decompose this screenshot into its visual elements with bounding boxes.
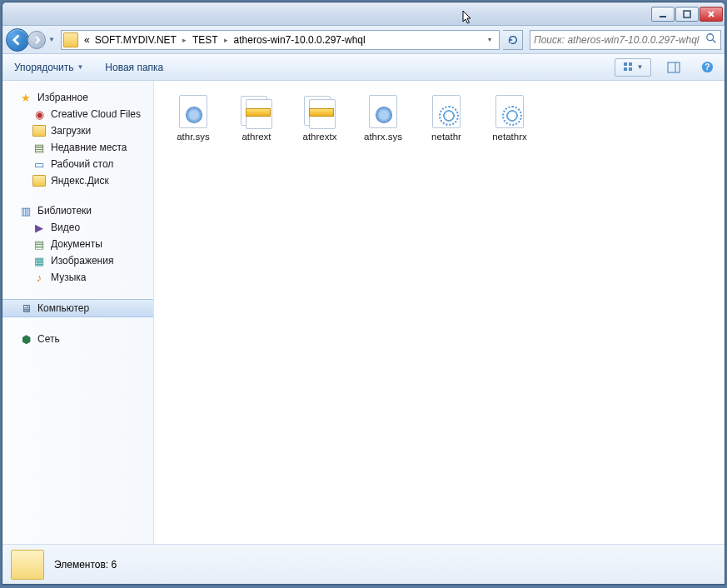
- minimize-button[interactable]: [651, 7, 675, 22]
- sidebar-label: Изображения: [51, 255, 113, 267]
- sidebar-item-desktop[interactable]: ▭ Рабочий стол: [2, 156, 153, 172]
- sidebar-label: Creative Cloud Files: [51, 108, 141, 120]
- sidebar-item-pictures[interactable]: ▦ Изображения: [2, 252, 153, 269]
- pictures-icon: ▦: [32, 254, 46, 267]
- file-item[interactable]: athr.sys: [164, 91, 222, 147]
- back-button[interactable]: [6, 28, 29, 52]
- sidebar-label: Компьютер: [37, 302, 89, 314]
- item-count-label: Элементов: 6: [54, 559, 117, 571]
- history-dropdown[interactable]: ▼: [46, 28, 57, 52]
- recent-icon: ▤: [32, 141, 46, 154]
- search-box[interactable]: [530, 30, 721, 50]
- file-name: athr.sys: [177, 132, 210, 143]
- libraries-group: ▥ Библиотеки ▶ Видео ▤ Документы ▦ Изобр…: [2, 202, 153, 286]
- document-icon: ▤: [32, 237, 46, 251]
- folder-icon: [11, 550, 44, 580]
- newfolder-label: Новая папка: [105, 62, 163, 73]
- sidebar-item-network[interactable]: ⬢ Сеть: [2, 331, 153, 347]
- new-folder-button[interactable]: Новая папка: [100, 59, 168, 76]
- file-item[interactable]: athrext: [227, 91, 286, 147]
- file-name: athrextx: [303, 132, 337, 143]
- file-item[interactable]: netathr: [417, 91, 476, 147]
- explorer-window: ▼ « SOFT.MYDIV.NET ▸ TEST ▸ atheros-win7…: [2, 2, 725, 585]
- sidebar-label: Рабочий стол: [51, 158, 113, 170]
- sidebar-item-recent[interactable]: ▤ Недавние места: [2, 139, 153, 156]
- sys-file-icon: [366, 94, 401, 129]
- cab-file-icon: [302, 94, 337, 129]
- breadcrumb-segment[interactable]: SOFT.MYDIV.NET: [92, 32, 179, 47]
- svg-point-2: [707, 34, 714, 41]
- search-input[interactable]: [534, 34, 705, 46]
- sidebar-label: Музыка: [51, 272, 86, 283]
- file-list[interactable]: athr.sys athrext athrextx athrx.sys neta…: [154, 81, 725, 544]
- preview-pane-button[interactable]: [663, 58, 685, 77]
- sidebar-label: Яндекс.Диск: [51, 175, 109, 187]
- star-icon: ★: [19, 91, 32, 104]
- cloud-icon: ◉: [32, 107, 46, 121]
- video-icon: ▶: [32, 221, 46, 234]
- inf-file-icon: [429, 94, 464, 129]
- address-bar[interactable]: « SOFT.MYDIV.NET ▸ TEST ▸ atheros-win7-1…: [61, 30, 500, 50]
- computer-group: 🖥 Компьютер: [2, 299, 153, 317]
- sidebar-label: Документы: [51, 238, 102, 250]
- sidebar-item-yandex-disk[interactable]: Яндекс.Диск: [2, 172, 153, 189]
- svg-line-3: [713, 40, 716, 43]
- sidebar-item-documents[interactable]: ▤ Документы: [2, 236, 153, 252]
- chevron-right-icon[interactable]: ▸: [179, 36, 190, 44]
- chevron-right-icon[interactable]: ▸: [221, 36, 232, 44]
- downloads-icon: [32, 124, 46, 137]
- svg-text:?: ?: [705, 62, 710, 72]
- sidebar-label: Избранное: [37, 92, 88, 103]
- sidebar-item-libraries[interactable]: ▥ Библиотеки: [2, 202, 153, 219]
- desktop-icon: ▭: [32, 157, 46, 171]
- breadcrumb: « SOFT.MYDIV.NET ▸ TEST ▸ atheros-win7-1…: [82, 32, 368, 47]
- sidebar-label: Сеть: [37, 333, 60, 345]
- sidebar-item-downloads[interactable]: Загрузки: [2, 122, 153, 139]
- libraries-icon: ▥: [19, 204, 32, 217]
- navigation-row: ▼ « SOFT.MYDIV.NET ▸ TEST ▸ atheros-win7…: [2, 26, 725, 54]
- titlebar: [2, 2, 725, 26]
- folder-icon: [32, 174, 46, 187]
- svg-rect-5: [629, 62, 632, 66]
- file-name: netathr: [431, 132, 461, 143]
- search-icon[interactable]: [705, 32, 717, 47]
- file-item[interactable]: netathrx: [481, 91, 539, 147]
- inf-file-icon: [492, 94, 527, 129]
- sidebar-item-computer[interactable]: 🖥 Компьютер: [2, 299, 153, 317]
- computer-icon: 🖥: [19, 301, 32, 315]
- chevron-down-icon: ▼: [637, 63, 644, 71]
- folder-icon: [63, 32, 78, 47]
- help-button[interactable]: ?: [696, 58, 718, 77]
- sidebar-item-favorites[interactable]: ★ Избранное: [2, 89, 153, 106]
- network-group: ⬢ Сеть: [2, 331, 153, 347]
- favorites-group: ★ Избранное ◉ Creative Cloud Files Загру…: [2, 89, 153, 189]
- file-name: netathrx: [492, 132, 527, 143]
- close-button[interactable]: [700, 7, 723, 22]
- svg-rect-7: [629, 67, 632, 71]
- svg-rect-1: [684, 11, 690, 17]
- breadcrumb-prefix[interactable]: «: [82, 32, 92, 47]
- maximize-button[interactable]: [675, 7, 699, 22]
- sidebar-item-creative-cloud[interactable]: ◉ Creative Cloud Files: [2, 106, 153, 122]
- toolbar: Упорядочить ▼ Новая папка ▼ ?: [2, 54, 725, 81]
- file-item[interactable]: athrx.sys: [354, 91, 412, 147]
- sidebar-item-videos[interactable]: ▶ Видео: [2, 219, 153, 236]
- sidebar-item-music[interactable]: ♪ Музыка: [2, 269, 153, 286]
- sidebar-label: Недавние места: [51, 142, 127, 153]
- file-item[interactable]: athrextx: [291, 91, 349, 147]
- chevron-down-icon: ▼: [77, 63, 83, 71]
- organize-button[interactable]: Упорядочить ▼: [9, 59, 88, 76]
- breadcrumb-segment[interactable]: TEST: [190, 32, 221, 47]
- forward-button[interactable]: [27, 31, 46, 49]
- breadcrumb-segment[interactable]: atheros-win7-10.0.0.297-whql: [232, 32, 368, 47]
- navigation-pane: ★ Избранное ◉ Creative Cloud Files Загру…: [2, 81, 154, 544]
- view-options-button[interactable]: ▼: [615, 58, 651, 77]
- svg-rect-4: [624, 62, 627, 66]
- sys-file-icon: [176, 94, 211, 129]
- sidebar-label: Загрузки: [51, 125, 91, 137]
- svg-rect-0: [660, 16, 666, 17]
- address-dropdown[interactable]: ▾: [482, 36, 497, 43]
- details-pane: Элементов: 6: [2, 544, 725, 584]
- organize-label: Упорядочить: [14, 62, 73, 73]
- refresh-button[interactable]: [503, 30, 523, 50]
